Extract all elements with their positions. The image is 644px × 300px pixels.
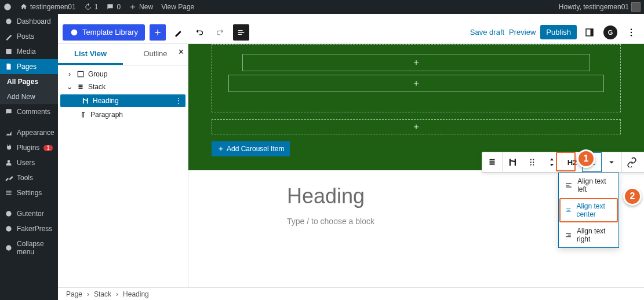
block-type-button[interactable] — [482, 152, 502, 172]
settings-sidebar-button[interactable] — [581, 24, 598, 41]
align-dropdown: Align text left Align text center Align … — [558, 173, 619, 248]
admin-sidemenu: Dashboard Posts Media Pages All Pages Ad… — [0, 14, 58, 300]
svg-point-18 — [533, 164, 534, 165]
svg-point-2 — [8, 160, 10, 163]
menu-comments[interactable]: Comments — [0, 104, 58, 119]
tree-heading-options[interactable]: ⋮ — [175, 97, 182, 105]
block-appender-2[interactable] — [228, 75, 604, 92]
redo-button[interactable] — [212, 24, 228, 41]
menu-fakerpress[interactable]: FakerPress — [0, 221, 58, 236]
tab-list-view[interactable]: List View — [58, 44, 123, 65]
svg-point-16 — [533, 162, 534, 163]
svg-point-9 — [631, 28, 632, 30]
editor-topbar: Template Library Save draft Preview Publ… — [58, 21, 644, 44]
submenu-add-new[interactable]: Add New — [0, 89, 58, 104]
svg-point-5 — [6, 245, 11, 250]
edit-tool-button[interactable] — [170, 24, 187, 41]
menu-tools[interactable]: Tools — [0, 170, 58, 185]
site-link[interactable]: testingemen01 — [20, 3, 76, 11]
block-toolbar: H2 — [482, 152, 644, 173]
breadcrumb-stack[interactable]: Stack — [94, 290, 111, 298]
heading-block[interactable]: Heading — [287, 184, 545, 208]
block-appender-1[interactable] — [242, 54, 590, 71]
align-center-option[interactable]: Align text center — [559, 198, 618, 222]
link-button[interactable] — [622, 152, 642, 172]
howdy-label: Howdy, testingemen01 — [559, 3, 629, 11]
menu-users[interactable]: Users — [0, 155, 58, 170]
add-carousel-item-button[interactable]: Add Carousel Item — [212, 141, 290, 156]
paragraph-placeholder[interactable]: Type / to choose a block — [287, 217, 545, 226]
breadcrumb-page[interactable]: Page — [66, 290, 82, 298]
svg-point-4 — [6, 226, 11, 231]
publish-button[interactable]: Publish — [540, 25, 577, 39]
svg-point-3 — [6, 211, 11, 216]
svg-point-11 — [631, 35, 632, 36]
svg-point-13 — [530, 159, 532, 160]
avatar — [631, 2, 641, 12]
svg-rect-12 — [78, 71, 83, 76]
callout-2: 2 — [623, 187, 642, 206]
align-chevron-icon[interactable] — [602, 152, 621, 172]
tree-group[interactable]: ›Group — [58, 68, 188, 81]
svg-point-6 — [71, 29, 78, 35]
updates-link[interactable]: 1 — [84, 3, 99, 11]
drag-handle[interactable] — [522, 152, 542, 172]
template-library-button[interactable]: Template Library — [63, 24, 145, 41]
breadcrumb-heading[interactable]: Heading — [123, 290, 149, 298]
admin-bar: testingemen01 1 0 New View Page Howdy, t… — [0, 0, 644, 14]
menu-media[interactable]: Media — [0, 44, 58, 59]
menu-settings[interactable]: Settings — [0, 185, 58, 200]
howdy-link[interactable]: Howdy, testingemen01 — [559, 2, 641, 12]
callout-1: 1 — [577, 149, 595, 168]
document-overview-button[interactable] — [233, 24, 249, 41]
preview-link[interactable]: Preview — [509, 28, 536, 36]
menu-appearance[interactable]: Appearance — [0, 125, 58, 140]
submenu-all-pages[interactable]: All Pages — [0, 74, 58, 89]
new-link[interactable]: New — [129, 3, 153, 11]
menu-collapse[interactable]: Collapse menu — [0, 236, 58, 259]
more-rich-text-button[interactable] — [642, 152, 644, 172]
svg-point-0 — [4, 3, 11, 10]
tree-heading[interactable]: Heading⋮ — [60, 94, 185, 107]
comments-link[interactable]: 0 — [106, 3, 121, 11]
add-block-button[interactable] — [150, 24, 166, 41]
menu-gutentor[interactable]: Gutentor — [0, 206, 58, 221]
svg-point-15 — [530, 162, 532, 163]
align-right-option[interactable]: Align text right — [559, 223, 618, 247]
svg-point-1 — [6, 19, 11, 24]
menu-pages[interactable]: Pages — [0, 59, 58, 74]
tree-paragraph[interactable]: Paragraph — [58, 108, 188, 121]
block-appender-3[interactable] — [212, 119, 621, 134]
select-parent-button[interactable] — [503, 152, 522, 172]
svg-point-17 — [530, 164, 532, 165]
view-page-link[interactable]: View Page — [161, 3, 194, 11]
svg-point-10 — [631, 31, 632, 32]
plugins-badge: 1 — [43, 145, 53, 151]
svg-point-14 — [533, 159, 534, 160]
block-breadcrumb: Page › Stack › Heading — [58, 287, 644, 300]
svg-rect-8 — [591, 29, 594, 36]
tree-stack[interactable]: ⌄Stack — [58, 81, 188, 93]
site-name: testingemen01 — [30, 3, 76, 11]
undo-button[interactable] — [191, 24, 208, 41]
carousel-inner — [212, 44, 621, 112]
comments-count: 0 — [117, 3, 121, 11]
menu-posts[interactable]: Posts — [0, 29, 58, 44]
move-updown-button[interactable] — [542, 152, 562, 172]
menu-dashboard[interactable]: Dashboard — [0, 14, 58, 29]
options-menu-button[interactable] — [623, 24, 639, 41]
updates-count: 1 — [94, 3, 99, 11]
list-view-panel: List View Outline ✕ ›Group ⌄Stack Headin… — [58, 44, 188, 287]
menu-plugins[interactable]: Plugins1 — [0, 140, 58, 155]
align-left-option[interactable]: Align text left — [559, 173, 618, 197]
close-list-panel[interactable]: ✕ — [178, 47, 184, 56]
save-draft-link[interactable]: Save draft — [470, 28, 504, 36]
wp-logo[interactable] — [3, 3, 12, 11]
editor-canvas: Add Carousel Item Heading Type / to choo… — [188, 44, 644, 287]
gutentor-icon[interactable]: G — [602, 24, 618, 41]
new-label: New — [139, 3, 153, 11]
